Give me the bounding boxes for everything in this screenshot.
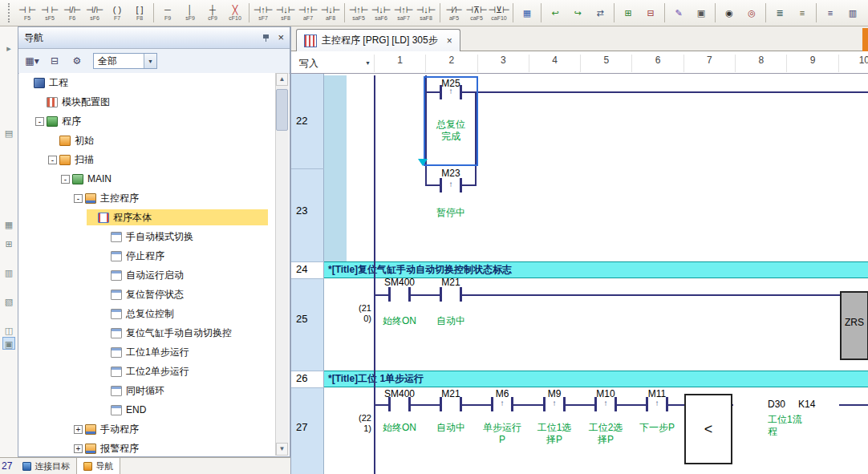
horizontal-line-button[interactable]: ─F9 xyxy=(156,1,179,26)
display-mode-button[interactable]: ▦▾ xyxy=(22,51,43,71)
tree-item-manual-auto-mode-switch[interactable]: 手自动模式切换 xyxy=(19,227,276,246)
tree-item-label: 工位2单步运行 xyxy=(126,365,189,379)
expand-collapse-icon[interactable]: - xyxy=(61,175,70,184)
tab-connection-destination[interactable]: 连接目标 xyxy=(16,458,76,474)
settings-gear-icon[interactable]: ⚙ xyxy=(67,51,87,71)
recalculate-line-button[interactable]: ⇄ xyxy=(589,1,611,26)
statement-display-button[interactable]: ≡ xyxy=(791,1,813,26)
expand-collapse-icon[interactable]: - xyxy=(74,194,83,203)
inline-structured-text-button[interactable]: ▦ xyxy=(516,1,538,26)
ladder-grid[interactable]: 22 23 24 25 26 27 *[Title]复位气缸手动自动切换控制状态… xyxy=(291,74,868,474)
tree-scrollbar[interactable]: ▲ ▼ xyxy=(275,73,289,456)
or-rising-pulse-button[interactable]: ⊣↑⊢aF7 xyxy=(297,1,319,26)
pin-icon[interactable] xyxy=(262,34,270,43)
application-instruction-button[interactable]: [ ]F8 xyxy=(128,1,151,26)
wrap-create-button[interactable]: ↩ xyxy=(544,1,566,26)
display-lines-button[interactable]: ≡ xyxy=(819,1,842,26)
or-open-contact-button[interactable]: ⊣ ⊢sF5 xyxy=(39,1,61,26)
tree-item-main[interactable]: - MAIN xyxy=(19,169,276,188)
copy-document-button[interactable]: ▣ xyxy=(690,1,712,26)
tree-item-main-control-program[interactable]: - 主控程序 xyxy=(19,188,276,208)
falling-pulse-contact-button[interactable]: ⊣↓⊢sF8 xyxy=(274,1,297,26)
convert-rising-button[interactable]: ⊣⊼⊢caF5 xyxy=(465,1,488,26)
rising-pulse-contact-button[interactable]: ⊣↑⊢sF7 xyxy=(252,1,274,26)
rung-title-row[interactable]: *[Title]工位 1单步运行 xyxy=(324,371,868,387)
invert-operation-button[interactable]: ⊣∕⊢aF5 xyxy=(443,1,465,26)
expand-collapse-icon[interactable]: - xyxy=(35,117,44,126)
tree-item-end[interactable]: END xyxy=(19,400,276,419)
toolbar-separator xyxy=(816,3,817,22)
find-replace-button[interactable]: ◎ xyxy=(740,1,763,26)
tree-item-program-body[interactable]: 程序本体 xyxy=(19,208,276,227)
insert-row-button[interactable]: ⊞ xyxy=(617,1,639,26)
dock-icon-4[interactable]: ⊞ xyxy=(2,237,15,250)
contact-M23[interactable]: ↑ xyxy=(440,178,462,192)
closed-contact-button[interactable]: ⊣/⊢F6 xyxy=(61,1,83,26)
chevron-down-icon[interactable]: ▼ xyxy=(144,54,156,68)
toolbar-button-icon: ╳ xyxy=(233,5,238,15)
instruction-block-zrst[interactable]: ZRS xyxy=(840,291,868,360)
filter-select[interactable]: 全部 ▼ xyxy=(93,53,157,69)
or-closed-contact-button[interactable]: ⊣/⊢sF6 xyxy=(83,1,106,26)
tab-navigation[interactable]: 导航 xyxy=(76,458,120,474)
expand-collapse-icon[interactable]: + xyxy=(74,444,83,453)
tree-item-module-config[interactable]: 模块配置图 xyxy=(19,92,276,111)
delete-row-button[interactable]: ⊟ xyxy=(639,1,662,26)
delete-vertical-line-button[interactable]: ╳cF10 xyxy=(224,1,246,26)
vertical-line-button[interactable]: │sF9 xyxy=(179,1,201,26)
dock-icon-1[interactable]: ▸ xyxy=(2,42,15,55)
tree-item-alarm-program[interactable]: + 报警程序 xyxy=(19,439,276,456)
split-window-button[interactable]: ▥ xyxy=(842,1,864,26)
or-falling-pulse-button[interactable]: ⊣↓⊢aF8 xyxy=(319,1,342,26)
tree-item-stop-program[interactable]: 停止程序 xyxy=(19,246,276,265)
toolbar-button-icon: ↪ xyxy=(574,8,581,18)
or-falling-pulse-closed-button[interactable]: ⊣↓⊢saF8 xyxy=(415,1,437,26)
collapse-all-button[interactable]: ⊟ xyxy=(44,51,65,71)
open-contact-button[interactable]: ⊣ ⊢F5 xyxy=(16,1,39,26)
device-comment-display-button[interactable]: ≣ xyxy=(769,1,791,26)
chevron-down-icon[interactable]: ▼ xyxy=(365,60,371,66)
dock-icon-5[interactable]: ▥ xyxy=(2,266,15,279)
tree-item-reset-cylinder-switch[interactable]: 复位气缸手动自动切换控 xyxy=(19,323,276,342)
rung-title-row[interactable]: *[Title]复位气缸手动自动切换控制状态标志 xyxy=(324,261,868,278)
toolbar-drag-handle[interactable] xyxy=(8,3,13,22)
tree-item-station1-single-step[interactable]: 工位1单步运行 xyxy=(19,342,276,362)
dock-icon-8[interactable]: ▣ xyxy=(2,337,15,350)
scroll-up-icon[interactable]: ▲ xyxy=(276,73,288,86)
document-tab[interactable]: 主控程序 [PRG] [LD] 305步 × xyxy=(296,29,460,51)
or-rising-pulse-closed-button[interactable]: ⊣↑⊢saF7 xyxy=(392,1,415,26)
close-tab-icon[interactable]: × xyxy=(447,35,452,47)
tree-item-auto-run-start[interactable]: 自动运行启动 xyxy=(19,265,276,285)
device-comment: 始终ON xyxy=(379,422,420,434)
convert-falling-button[interactable]: ⊣⊻⊢caF10 xyxy=(488,1,510,26)
tree-item-initial[interactable]: 初始 xyxy=(19,131,276,150)
tree-item-total-reset-control[interactable]: 总复位控制 xyxy=(19,304,276,323)
tree-item-station2-single-step[interactable]: 工位2单步运行 xyxy=(19,362,276,381)
falling-pulse-closed-button[interactable]: ⊣↓⊢saF6 xyxy=(370,1,392,26)
expand-collapse-icon[interactable]: - xyxy=(48,156,57,164)
tree-item-manual-program[interactable]: + 手动程序 xyxy=(19,419,276,439)
tree-item-icon xyxy=(111,405,122,415)
dock-icon-2[interactable]: ▤ xyxy=(2,127,15,140)
tree-item-program[interactable]: - 程序 xyxy=(19,111,276,131)
coil-button[interactable]: ( )F7 xyxy=(106,1,128,26)
tree-item-project[interactable]: 工程 xyxy=(19,73,276,92)
dock-icon-6[interactable]: ▧ xyxy=(2,295,15,308)
close-icon[interactable]: × xyxy=(278,33,284,43)
wrap-delete-button[interactable]: ↪ xyxy=(566,1,589,26)
contact-SM400[interactable] xyxy=(388,287,411,302)
tree-item-simultaneous-cycle[interactable]: 同时循环 xyxy=(19,381,276,400)
scrollbar-thumb[interactable] xyxy=(276,89,288,131)
dock-icon-3[interactable]: ▦ xyxy=(2,218,15,231)
contact-M21[interactable] xyxy=(440,287,462,302)
scroll-down-icon[interactable]: ▼ xyxy=(276,443,288,456)
find-device-button[interactable]: ◉ xyxy=(718,1,740,26)
tree-item-scan[interactable]: - 扫描 xyxy=(19,150,276,169)
edit-mode-button[interactable]: ✎ xyxy=(667,1,690,26)
expand-collapse-icon[interactable]: + xyxy=(74,425,83,434)
rising-pulse-closed-button[interactable]: ⊣↑⊢saF5 xyxy=(347,1,370,26)
delete-horizontal-line-button[interactable]: ┼cF9 xyxy=(201,1,224,26)
dock-icon-7[interactable]: ◫ xyxy=(2,324,15,337)
tree-item-reset-pause-state[interactable]: 复位暂停状态 xyxy=(19,285,276,304)
compare-instruction-block[interactable]: < xyxy=(684,394,732,464)
